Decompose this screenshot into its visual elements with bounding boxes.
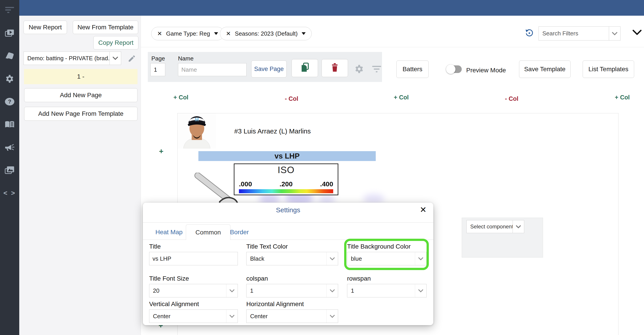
svg-text:M: M [195,117,199,122]
search-filters-combobox[interactable]: Search Filters [538,26,620,40]
section-title-bar[interactable]: vs LHP [198,151,376,161]
filter-chip-game-type[interactable]: ✕ Game Type: Reg [151,27,224,40]
collapse-filters-icon[interactable] [632,30,642,37]
remove-column-button[interactable]: - Col [282,96,300,102]
colspan-value: 1 [246,284,326,297]
player-name: #3 Luis Arraez (L) Marlins [234,128,311,135]
page-list-item-1[interactable]: 1 - [24,69,138,84]
tab-common[interactable]: Common [186,224,230,240]
caret-down-icon [302,32,306,35]
chevron-down-icon [512,220,524,233]
filter-lines-icon[interactable] [0,4,19,16]
heatmap-legend: ISO .000 .200 .400 [234,164,338,195]
edit-report-icon[interactable] [128,54,136,64]
announcements-icon[interactable] [0,142,19,153]
playbook-icon[interactable] [0,119,19,130]
save-template-button[interactable]: Save Template [519,60,570,78]
title-background-color-value: blue [347,252,415,265]
colspan-label: colspan [246,275,338,282]
heatmap-blob [318,195,335,204]
add-column-button[interactable]: + Col [613,94,631,101]
add-row-button[interactable]: + [157,147,165,156]
preview-mode-label: Preview Mode [466,67,506,74]
code-icon[interactable]: < > [0,187,19,199]
title-text-color-value: Black [246,252,326,265]
list-templates-button[interactable]: List Templates [583,60,634,78]
vertical-alignment-select[interactable]: Center [149,310,238,323]
settings-modal: Settings ✕ Heat Map Common Border Title … [143,203,433,325]
batters-button[interactable]: Batters [396,60,428,78]
filter-bar-divider [141,47,644,47]
help-icon[interactable]: ? [0,96,19,108]
legend-tick-max: .400 [320,180,333,188]
filter-chip-seasons[interactable]: ✕ Seasons: 2023 (Default) [220,27,312,40]
cards-icon[interactable] [0,50,19,62]
title-background-color-select[interactable]: blue [347,252,426,265]
tab-heat-map[interactable]: Heat Map [152,224,186,240]
colspan-select[interactable]: 1 [246,284,338,298]
delete-page-button[interactable] [322,59,348,77]
report-selector[interactable]: Demo: batting - PRIVATE (brad... [24,52,121,65]
copy-page-icon [300,62,310,74]
close-icon[interactable]: ✕ [420,206,426,214]
add-column-button[interactable]: + Col [172,94,190,101]
page-filter-icon[interactable] [372,66,382,74]
chevron-down-icon [326,310,338,323]
component-picker[interactable]: Select component [466,220,524,233]
chevron-down-icon [110,52,121,65]
copy-report-button[interactable]: Copy Report [94,36,138,50]
horizontal-alignment-select[interactable]: Center [246,310,338,323]
svg-text:?: ? [8,98,12,104]
chevron-down-icon [415,284,426,297]
remove-filter-icon[interactable]: ✕ [226,30,231,37]
name-label: Name [178,55,194,62]
chevron-down-icon [226,310,238,323]
image-library-icon[interactable] [0,164,19,176]
copy-page-button[interactable] [292,59,318,77]
rowspan-select[interactable]: 1 [347,284,426,298]
chevron-down-icon [326,284,338,297]
page-name-input[interactable] [178,63,246,76]
top-bar [19,0,644,16]
new-report-button[interactable]: New Report [24,20,67,34]
title-background-color-label: Title Background Color [347,243,426,250]
modal-title: Settings [143,206,433,214]
heatmap-blob [363,194,384,203]
page-number-input[interactable] [150,63,165,76]
filter-history-icon[interactable] [525,29,534,38]
settings-gear-icon[interactable] [0,73,19,85]
app-root: ? < > New Report New From Template Copy … [0,0,644,335]
video-library-icon[interactable] [0,27,19,39]
add-column-button[interactable]: + Col [392,94,410,101]
add-new-page-from-template-button[interactable]: Add New Page From Template [24,107,138,121]
search-filters-placeholder: Search Filters [539,27,609,40]
chevron-down-icon [415,252,426,265]
title-font-size-value: 20 [149,284,226,297]
component-picker-placeholder: Select component [467,220,512,233]
vertical-alignment-label: Vertical Alignment [149,300,238,308]
new-from-template-button[interactable]: New From Template [73,20,138,34]
legend-tick-mid: .200 [280,180,292,188]
legend-gradient [239,189,333,193]
save-page-button[interactable]: Save Page [251,60,286,78]
filter-chip-label: Game Type: Reg [166,30,210,37]
modal-divider [143,222,433,222]
chevron-down-icon [609,27,620,40]
title-text-color-select[interactable]: Black [246,252,338,265]
player-headshot: M [178,114,216,148]
remove-column-button[interactable]: - Col [503,96,520,102]
empty-component-cell: Select component [462,218,543,258]
sidebar-nav: ? < > [0,0,19,335]
title-font-size-select[interactable]: 20 [149,284,238,298]
horizontal-alignment-value: Center [246,310,326,323]
legend-tick-min: .000 [239,180,252,188]
add-new-page-button[interactable]: Add New Page [24,88,138,102]
legend-title: ISO [234,164,338,175]
title-text-color-label: Title Text Color [246,243,338,250]
vertical-alignment-value: Center [149,310,226,323]
remove-filter-icon[interactable]: ✕ [157,30,162,37]
preview-mode-toggle-knob[interactable] [446,64,456,74]
title-input[interactable] [149,252,238,265]
page-settings-gear-icon[interactable] [354,64,364,75]
rowspan-value: 1 [347,284,415,297]
